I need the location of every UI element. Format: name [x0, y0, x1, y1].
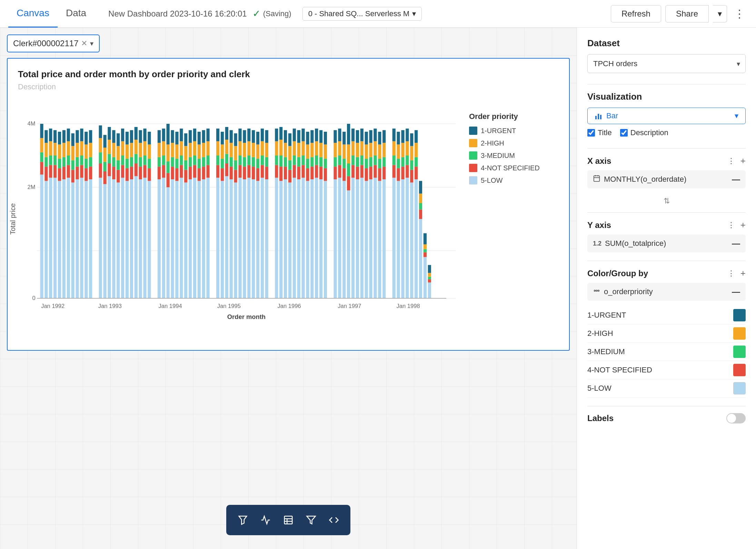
color-swatch-3medium[interactable]: [733, 346, 746, 358]
svg-rect-308: [319, 143, 322, 157]
svg-rect-342: [356, 157, 359, 167]
filter-caret-icon[interactable]: ▾: [90, 39, 93, 48]
filter-bar: Clerk#000002117 ✕ ▾: [7, 34, 570, 52]
svg-rect-426: [595, 116, 597, 119]
share-button[interactable]: Share: [665, 5, 709, 22]
svg-rect-368: [378, 144, 381, 159]
color-remove-button[interactable]: —: [732, 287, 740, 297]
svg-rect-173: [189, 143, 192, 157]
svg-rect-329: [342, 132, 346, 144]
legend-swatch-3medium: [469, 151, 477, 160]
svg-rect-68: [84, 144, 88, 159]
color-more-button[interactable]: ⋮: [727, 269, 735, 278]
svg-rect-195: [216, 178, 219, 298]
svg-rect-144: [162, 129, 165, 141]
svg-rect-335: [351, 178, 355, 298]
chart-tool-button[interactable]: [255, 509, 277, 531]
svg-rect-225: [243, 179, 246, 298]
viz-type-caret-icon: ▾: [735, 111, 738, 120]
more-options-button[interactable]: ⋮: [731, 4, 748, 23]
svg-text:Jan 1995: Jan 1995: [217, 303, 241, 309]
code-tool-button[interactable]: [323, 509, 345, 531]
svg-rect-147: [167, 161, 170, 173]
svg-rect-38: [58, 144, 61, 159]
svg-text:2M: 2M: [28, 184, 36, 190]
svg-rect-428: [600, 115, 601, 119]
svg-rect-57: [76, 157, 79, 167]
description-checkbox[interactable]: [620, 129, 628, 137]
svg-rect-317: [334, 157, 337, 167]
svg-rect-360: [374, 178, 377, 298]
svg-rect-357: [369, 157, 372, 167]
svg-rect-114: [130, 130, 133, 143]
svg-rect-419: [428, 265, 431, 273]
description-check-item: Description: [620, 128, 668, 137]
filter-tool-button[interactable]: [232, 509, 254, 531]
svg-rect-21: [44, 167, 48, 181]
svg-rect-222: [238, 156, 241, 165]
color-swatch-4notspec[interactable]: [733, 364, 746, 376]
svg-rect-269: [284, 130, 287, 143]
title-checkbox[interactable]: [587, 129, 595, 137]
svg-rect-412: [424, 249, 427, 252]
y-axis-add-button[interactable]: +: [740, 220, 746, 230]
svg-rect-241: [256, 168, 259, 181]
color-add-button[interactable]: +: [740, 268, 746, 279]
svg-rect-323: [338, 141, 341, 156]
svg-rect-405: [419, 219, 422, 298]
svg-rect-307: [319, 157, 322, 167]
svg-rect-298: [310, 143, 314, 157]
svg-rect-345: [360, 178, 364, 298]
viz-type-selector[interactable]: Bar ▾: [587, 108, 746, 124]
svg-rect-181: [198, 168, 201, 181]
svg-rect-56: [76, 167, 79, 179]
svg-rect-376: [392, 165, 396, 178]
svg-rect-37: [58, 159, 61, 168]
svg-rect-102: [121, 156, 124, 165]
svg-rect-265: [284, 179, 287, 298]
y-axis-remove-button[interactable]: —: [732, 239, 740, 248]
svg-rect-54: [71, 133, 74, 146]
svg-rect-95: [117, 182, 120, 298]
svg-rect-299: [310, 130, 314, 143]
refresh-button[interactable]: Refresh: [611, 5, 661, 22]
svg-rect-245: [261, 178, 264, 298]
share-dropdown-button[interactable]: ▾: [713, 5, 727, 22]
dataset-select[interactable]: TPCH orders: [587, 54, 746, 73]
labels-toggle[interactable]: [726, 413, 746, 423]
x-axis-remove-button[interactable]: —: [732, 174, 740, 184]
svg-rect-250: [265, 179, 268, 298]
svg-rect-393: [406, 141, 409, 156]
table-tool-button[interactable]: [277, 509, 299, 531]
bar-chart-icon: [595, 112, 603, 120]
svg-rect-178: [193, 141, 196, 156]
svg-rect-98: [117, 146, 120, 160]
funnel-tool-button[interactable]: [300, 509, 322, 531]
filter-clear-button[interactable]: ✕: [81, 39, 87, 48]
x-axis-add-button[interactable]: +: [740, 156, 746, 166]
connection-pill[interactable]: 0 - Shared SQ... Serverless M ▾: [302, 7, 422, 21]
svg-rect-104: [121, 129, 124, 141]
legend-label-5low: 5-LOW: [481, 177, 503, 184]
tab-canvas[interactable]: Canvas: [8, 0, 58, 28]
svg-rect-214: [230, 130, 233, 143]
svg-rect-378: [392, 141, 396, 156]
svg-rect-212: [230, 157, 233, 167]
svg-rect-80: [103, 184, 106, 298]
color-swatch-5low[interactable]: [733, 382, 746, 395]
color-swatch-2high[interactable]: [733, 327, 746, 340]
color-swatch-1urgent[interactable]: [733, 309, 746, 321]
svg-rect-206: [225, 163, 228, 176]
svg-rect-354: [365, 132, 368, 144]
swap-axes-button[interactable]: ⇅: [664, 197, 670, 206]
x-axis-more-button[interactable]: ⋮: [727, 157, 735, 166]
svg-rect-75: [99, 178, 102, 298]
numeric-icon: 1.2: [593, 240, 601, 247]
filter-tag[interactable]: Clerk#000002117 ✕ ▾: [7, 34, 100, 52]
y-axis-more-button[interactable]: ⋮: [727, 221, 735, 230]
svg-text:0: 0: [32, 295, 35, 301]
svg-rect-334: [347, 124, 350, 144]
tab-data[interactable]: Data: [58, 0, 94, 28]
svg-rect-81: [103, 171, 106, 184]
svg-rect-29: [49, 129, 52, 141]
